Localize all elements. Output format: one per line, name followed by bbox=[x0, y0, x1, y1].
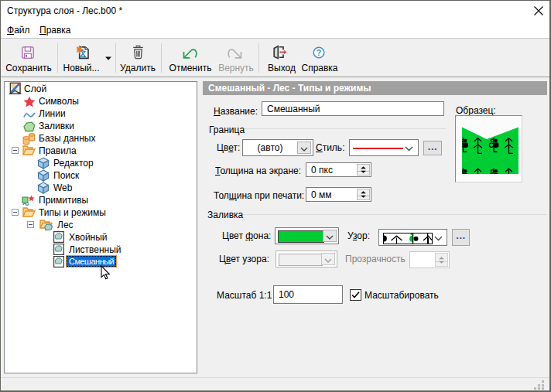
svg-text:?: ? bbox=[317, 48, 321, 57]
